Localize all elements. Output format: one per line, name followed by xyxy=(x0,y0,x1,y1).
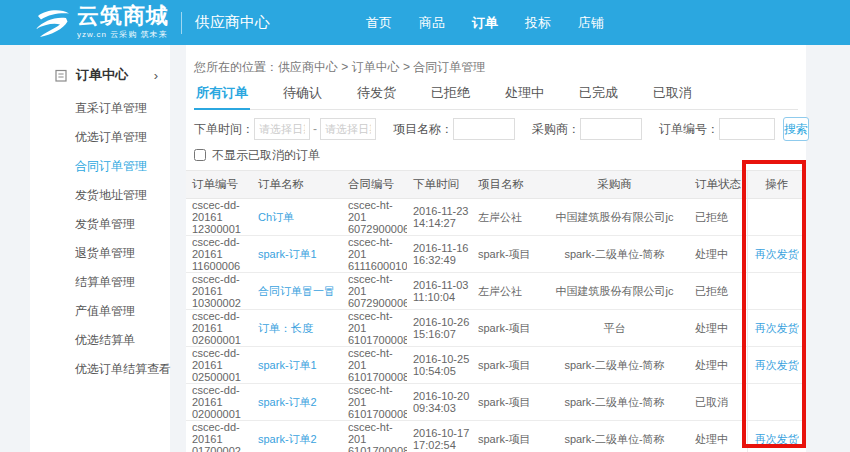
order-number-cell: cscec-dd-20161 10300002 xyxy=(186,273,252,310)
order-name-cell: spark-订单2 xyxy=(252,384,342,421)
order-number-cell: cscec-dd-20161 02500001 xyxy=(186,347,252,384)
order-name-link[interactable]: Ch订单 xyxy=(258,211,294,223)
top-header-bar: 云筑商城 yzw.cn 云采购 筑未来 供应商中心 首页 商品 订单 投标 店铺 xyxy=(0,0,850,45)
portal-title: 供应商中心 xyxy=(195,13,270,32)
brand-tagline: yzw.cn 云采购 筑未来 xyxy=(77,29,169,40)
col-header-contract-no: 合同编号 xyxy=(342,171,407,199)
tab-processing[interactable]: 处理中 xyxy=(503,84,546,110)
order-name-link[interactable]: 合同订单冒一冒 xyxy=(258,285,335,297)
tab-cancelled[interactable]: 已取消 xyxy=(651,84,694,110)
purchaser-cell: 平台 xyxy=(542,310,687,347)
sidebar-item-direct-orders[interactable]: 直采订单管理 xyxy=(30,94,170,123)
tab-pending-confirm[interactable]: 待确认 xyxy=(281,84,324,110)
logo[interactable]: 云筑商城 yzw.cn 云采购 筑未来 xyxy=(32,5,169,40)
nav-item-shop[interactable]: 店铺 xyxy=(578,14,604,32)
col-header-project: 项目名称 xyxy=(472,171,542,199)
sidebar-item-output-value[interactable]: 产值单管理 xyxy=(30,297,170,326)
nav-item-orders[interactable]: 订单 xyxy=(472,14,498,32)
sidebar-item-shipping-address[interactable]: 发货地址管理 xyxy=(30,181,170,210)
sidebar-item-returns[interactable]: 退货单管理 xyxy=(30,239,170,268)
status-tabs: 所有订单 待确认 待发货 已拒绝 处理中 已完成 已取消 xyxy=(194,84,798,110)
sidebar-item-settlement[interactable]: 结算单管理 xyxy=(30,268,170,297)
brand-name: 云筑商城 xyxy=(77,5,169,27)
order-no-label: 订单编号： xyxy=(659,121,719,138)
orders-table-body: cscec-dd-20161 12300001 Ch订单 cscec-ht-20… xyxy=(186,199,806,452)
contract-number-cell: cscec-ht-201 6101700008 xyxy=(342,310,407,347)
date-range-separator: - xyxy=(313,122,317,136)
contract-number-cell: cscec-ht-201 6101700008 xyxy=(342,421,407,452)
order-name-cell: spark-订单1 xyxy=(252,347,342,384)
hide-cancelled-label: 不显示已取消的订单 xyxy=(212,147,320,164)
order-status-cell: 已拒绝 xyxy=(687,273,747,310)
search-button[interactable]: 搜索 xyxy=(783,117,809,141)
project-name-cell: spark-项目 xyxy=(472,347,542,384)
sidebar-item-preferred-orders[interactable]: 优选订单管理 xyxy=(30,123,170,152)
purchaser-label: 采购商： xyxy=(532,121,580,138)
tab-completed[interactable]: 已完成 xyxy=(577,84,620,110)
resend-shipment-link[interactable]: 再次发货 xyxy=(755,322,799,334)
order-status-cell: 处理中 xyxy=(687,347,747,384)
purchaser-cell: 中国建筑股份有限公司jc xyxy=(542,199,687,236)
table-header-row: 订单编号 订单名称 合同编号 下单时间 项目名称 采购商 订单状态 操作 xyxy=(186,171,806,199)
table-row: cscec-dd-20161 10300002 合同订单冒一冒 cscec-ht… xyxy=(186,273,806,310)
tab-rejected[interactable]: 已拒绝 xyxy=(429,84,472,110)
nav-item-products[interactable]: 商品 xyxy=(419,14,445,32)
table-row: cscec-dd-20161 01700002 spark-订单2 cscec-… xyxy=(186,421,806,452)
purchaser-cell: spark-二级单位-简称 xyxy=(542,421,687,452)
hide-cancelled-checkbox[interactable] xyxy=(194,149,206,161)
contract-number-cell: cscec-ht-201 6101700008 xyxy=(342,347,407,384)
resend-shipment-link[interactable]: 再次发货 xyxy=(755,359,799,371)
project-name-cell: spark-项目 xyxy=(472,384,542,421)
nav-item-home[interactable]: 首页 xyxy=(366,14,392,32)
resend-shipment-link[interactable]: 再次发货 xyxy=(755,248,799,260)
order-time-from-input[interactable] xyxy=(254,118,310,140)
purchaser-input[interactable] xyxy=(580,118,642,140)
order-name-link[interactable]: spark-订单1 xyxy=(258,248,317,260)
project-name-input[interactable] xyxy=(453,118,515,140)
order-no-input[interactable] xyxy=(719,118,775,140)
col-header-order-time: 下单时间 xyxy=(407,171,472,199)
top-navigation: 首页 商品 订单 投标 店铺 xyxy=(366,14,604,32)
sidebar-item-preferred-settlement-view[interactable]: 优选订单结算查看 xyxy=(30,355,170,384)
order-name-link[interactable]: spark-订单2 xyxy=(258,396,317,408)
col-header-actions: 操作 xyxy=(747,171,806,199)
purchaser-cell: spark-二级单位-简称 xyxy=(542,236,687,273)
order-name-cell: spark-订单1 xyxy=(252,236,342,273)
order-number-cell: cscec-dd-20161 01700002 xyxy=(186,421,252,452)
contract-number-cell: cscec-ht-201 6101700008 xyxy=(342,384,407,421)
order-name-link[interactable]: spark-订单2 xyxy=(258,433,317,445)
tab-all-orders[interactable]: 所有订单 xyxy=(194,84,250,110)
order-time-cell: 2016-10-25 10:54:05 xyxy=(407,347,472,384)
orders-table: 订单编号 订单名称 合同编号 下单时间 项目名称 采购商 订单状态 操作 csc… xyxy=(186,170,806,452)
action-cell: 再次发货 xyxy=(747,310,806,347)
sidebar-order-center[interactable]: 订单中心 › xyxy=(30,45,170,94)
order-time-cell: 2016-11-03 11:10:04 xyxy=(407,273,472,310)
order-name-link[interactable]: 订单：长度 xyxy=(258,322,313,334)
sidebar-item-contract-orders[interactable]: 合同订单管理 xyxy=(30,152,170,181)
action-cell xyxy=(747,384,806,421)
tab-pending-ship[interactable]: 待发货 xyxy=(355,84,398,110)
chevron-right-icon: › xyxy=(154,68,158,83)
brand-cloud-icon xyxy=(32,7,72,39)
sidebar-item-shipping-notes[interactable]: 发货单管理 xyxy=(30,210,170,239)
table-row: cscec-dd-20161 12300001 Ch订单 cscec-ht-20… xyxy=(186,199,806,236)
col-header-order-no: 订单编号 xyxy=(186,171,252,199)
order-name-link[interactable]: spark-订单1 xyxy=(258,359,317,371)
resend-shipment-link[interactable]: 再次发货 xyxy=(755,433,799,445)
order-number-cell: cscec-dd-20161 02600001 xyxy=(186,310,252,347)
purchaser-cell: spark-二级单位-简称 xyxy=(542,384,687,421)
order-time-to-input[interactable] xyxy=(320,118,376,140)
nav-item-bidding[interactable]: 投标 xyxy=(525,14,551,32)
col-header-order-name: 订单名称 xyxy=(252,171,342,199)
action-cell xyxy=(747,199,806,236)
order-number-cell: cscec-dd-20161 12300001 xyxy=(186,199,252,236)
order-status-cell: 处理中 xyxy=(687,236,747,273)
project-name-cell: 左岸公社 xyxy=(472,199,542,236)
sidebar: 订单中心 › 直采订单管理 优选订单管理 合同订单管理 发货地址管理 发货单管理… xyxy=(30,45,170,452)
purchaser-cell: spark-二级单位-简称 xyxy=(542,347,687,384)
action-cell: 再次发货 xyxy=(747,347,806,384)
main-panel: 您所在的位置：供应商中心 > 订单中心 > 合同订单管理 所有订单 待确认 待发… xyxy=(186,45,806,452)
action-cell: 再次发货 xyxy=(747,236,806,273)
order-time-cell: 2016-10-20 09:34:03 xyxy=(407,384,472,421)
sidebar-item-preferred-settlement[interactable]: 优选结算单 xyxy=(30,326,170,355)
